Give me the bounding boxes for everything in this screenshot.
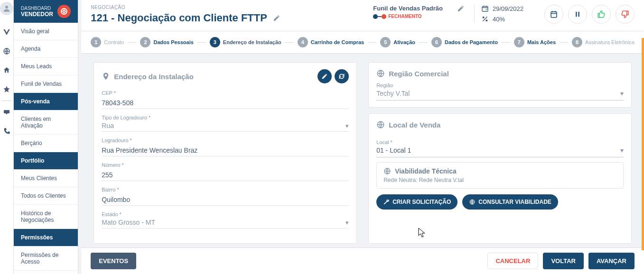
page-title: 121 - Negociação com Cliente FTTP xyxy=(91,12,267,24)
sidebar-item-12[interactable]: Permissões de Acesso xyxy=(14,247,78,271)
thumbs-up-icon[interactable] xyxy=(592,5,611,24)
eventos-button[interactable]: EVENTOS xyxy=(91,253,136,269)
step-number: 3 xyxy=(210,37,220,47)
edit-funnel-icon[interactable] xyxy=(457,5,465,12)
location-icon xyxy=(102,72,110,81)
sidebar-item-3[interactable]: Funil de Vendas xyxy=(14,75,78,93)
consultar-viabilidade-button[interactable]: CONSULTAR VIABILIDADE xyxy=(462,194,558,210)
globe-icon xyxy=(376,69,385,78)
edit-address-icon[interactable] xyxy=(317,69,332,83)
star-icon[interactable] xyxy=(2,84,11,94)
step-1[interactable]: 1Contrato xyxy=(91,37,124,47)
breadcrumb: NEGOCIAÇÃO xyxy=(91,5,364,10)
step-label: Mais Ações xyxy=(527,39,556,45)
logo-v-icon[interactable] xyxy=(2,27,11,37)
cancelar-button[interactable]: CANCELAR xyxy=(487,253,538,269)
percent-icon xyxy=(481,15,489,23)
regiao-title: Região Comercial xyxy=(389,70,449,78)
wrench-icon xyxy=(383,199,390,205)
regiao-label: Região xyxy=(376,82,624,88)
local-select[interactable]: 01 - Local 1 ▾ xyxy=(376,146,624,157)
calendar-icon xyxy=(481,5,489,12)
sidebar-item-8[interactable]: Meus Clientes xyxy=(14,170,78,187)
step-number: 2 xyxy=(140,37,150,47)
sidebar-item-9[interactable]: Todos os Clientes xyxy=(14,187,78,205)
main: NEGOCIAÇÃO 121 - Negociação com Cliente … xyxy=(81,0,644,274)
criar-solicitacao-button[interactable]: CRIAR SOLICITAÇÃO xyxy=(376,194,457,210)
step-divider xyxy=(502,42,510,43)
voltar-button[interactable]: VOLTAR xyxy=(543,253,584,269)
sidebar-item-6[interactable]: Berçário xyxy=(14,135,78,152)
step-number: 5 xyxy=(380,37,391,47)
step-4[interactable]: 4Carrinho de Compras xyxy=(298,37,364,47)
refresh-address-icon[interactable] xyxy=(335,69,349,83)
sidebar-item-10[interactable]: Histórico de Negociações xyxy=(14,205,78,229)
step-number: 6 xyxy=(431,37,442,47)
step-number: 7 xyxy=(514,37,524,47)
step-divider xyxy=(197,42,206,43)
sidebar-item-0[interactable]: Visão geral xyxy=(14,23,78,40)
sidebar-item-1[interactable]: Agenda xyxy=(14,40,78,58)
funnel-stage: FECHAMENTO xyxy=(388,14,421,19)
regiao-card: Região Comercial Região Techy V.Tal ▾ xyxy=(368,62,632,108)
step-2[interactable]: 2Dados Pessoais xyxy=(140,37,193,47)
sidebar-item-4[interactable]: Pós-venda xyxy=(14,93,78,110)
regiao-select[interactable]: Techy V.Tal ▾ xyxy=(376,90,624,100)
step-8[interactable]: 8Assinatura Eletrônica xyxy=(572,37,635,47)
step-3[interactable]: 3Endereço de Instalação xyxy=(210,37,281,47)
step-divider xyxy=(285,42,294,43)
calendar-action-icon[interactable] xyxy=(544,5,563,24)
local-label: Local * xyxy=(376,139,624,145)
sidebar-item-2[interactable]: Meus Leads xyxy=(14,58,78,75)
svg-point-3 xyxy=(63,10,65,13)
step-label: Assinatura Eletrônica xyxy=(585,39,635,45)
sidebar-item-11[interactable]: Permissões xyxy=(14,229,78,247)
funnel-title: Funil de Vendas Padrão xyxy=(373,5,443,12)
rail-divider xyxy=(2,100,11,101)
install-card-title: Endereço da Instalação xyxy=(114,73,194,81)
step-5[interactable]: 5Ativação xyxy=(380,37,415,47)
step-6[interactable]: 6Dados de Pagamento xyxy=(431,37,498,47)
bottom-bar: EVENTOS CANCELAR VOLTAR AVANÇAR xyxy=(81,247,644,274)
header-date: 29/09/2022 xyxy=(493,5,523,12)
svg-point-5 xyxy=(483,17,485,18)
cep-label: CEP * xyxy=(102,90,349,96)
viability-title: Viabilidade Técnica xyxy=(395,167,457,175)
phone-icon[interactable] xyxy=(2,127,11,136)
viability-box: Viabilidade Técnica Rede Neutra: Rede Ne… xyxy=(376,162,624,189)
home-icon[interactable] xyxy=(2,65,11,75)
logradouro-label: Logradouro * xyxy=(102,137,349,143)
step-number: 1 xyxy=(91,37,101,47)
inbox-icon[interactable] xyxy=(2,108,11,117)
thumbs-down-icon[interactable] xyxy=(616,5,635,24)
estado-select[interactable]: Mato Grosso - MT ▾ xyxy=(102,219,349,228)
install-address-card: Endereço da Instalação CEP * xyxy=(93,62,357,244)
chevron-down-icon: ▾ xyxy=(620,90,624,97)
logradouro-input[interactable] xyxy=(102,145,349,156)
step-7[interactable]: 7Mais Ações xyxy=(514,37,556,47)
local-card: Local de Venda Local * 01 - Local 1 ▾ Vi… xyxy=(368,113,632,244)
pause-icon[interactable] xyxy=(568,5,587,24)
chevron-down-icon: ▾ xyxy=(345,122,349,129)
step-divider xyxy=(419,42,428,43)
local-title: Local de Venda xyxy=(389,121,440,129)
avancar-button[interactable]: AVANÇAR xyxy=(588,253,635,269)
svg-point-0 xyxy=(5,6,8,9)
tipo-select[interactable]: Rua ▾ xyxy=(102,122,349,132)
estado-label: Estado * xyxy=(102,211,349,217)
globe-icon xyxy=(469,199,476,205)
header-percent: 40% xyxy=(493,16,505,23)
sidebar-item-7[interactable]: Portfólio xyxy=(14,152,78,170)
edit-title-icon[interactable] xyxy=(273,14,280,22)
help-icon[interactable] xyxy=(57,5,71,18)
globe-icon[interactable] xyxy=(2,46,11,56)
avatar[interactable] xyxy=(0,2,13,15)
numero-label: Número * xyxy=(102,162,349,168)
svg-rect-9 xyxy=(579,12,579,17)
numero-input[interactable] xyxy=(102,169,349,181)
svg-point-6 xyxy=(485,19,487,21)
globe-icon xyxy=(383,167,391,175)
sidebar-item-5[interactable]: Clientes em Ativação xyxy=(14,110,78,135)
cep-input[interactable] xyxy=(102,97,349,109)
bairro-input[interactable] xyxy=(102,194,349,206)
